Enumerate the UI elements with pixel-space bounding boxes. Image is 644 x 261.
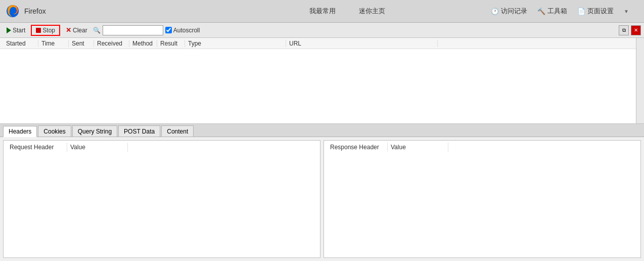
request-header-col1: Request Header xyxy=(7,143,67,152)
network-table-area: Started Time Sent Received Method Result… xyxy=(0,38,644,124)
stop-icon xyxy=(36,28,41,33)
toolbar: Start Stop ✕ Clear 🔍 Autoscroll ⧉ ✕ xyxy=(0,23,644,38)
toolbox-icon: 🔨 xyxy=(537,8,545,15)
bottom-section: Headers Cookies Query String POST Data C… xyxy=(0,124,644,261)
toolbar-right-icons: ⧉ ✕ xyxy=(619,25,641,35)
start-icon xyxy=(7,27,11,33)
table-scrollbar[interactable] xyxy=(636,38,644,123)
response-header-col1: Response Header xyxy=(327,143,388,152)
table-header: Started Time Sent Received Method Result… xyxy=(0,38,644,49)
response-panel-body xyxy=(324,152,640,256)
browser-top-bar: Firefox 我最常用 迷你主页 🕐 访问记录 🔨 工具箱 📄 页面设置 ▼ xyxy=(0,0,644,23)
right-nav: 🕐 访问记录 🔨 工具箱 📄 页面设置 ▼ xyxy=(491,7,629,16)
col-received: Received xyxy=(94,40,129,47)
col-url: URL xyxy=(286,40,438,47)
response-header-col2: Value xyxy=(388,143,448,152)
tab-content[interactable]: Content xyxy=(161,125,194,137)
tab-query-string[interactable]: Query String xyxy=(72,125,117,137)
browser-title: Firefox xyxy=(24,7,46,15)
firefox-logo xyxy=(5,4,20,19)
search-icon: 🔍 xyxy=(93,27,101,34)
col-type: Type xyxy=(185,40,286,47)
clear-button[interactable]: ✕ Clear xyxy=(62,25,91,35)
right-nav-toolbox[interactable]: 🔨 工具箱 xyxy=(537,7,567,16)
stop-button[interactable]: Stop xyxy=(31,25,60,36)
autoscroll-checkbox[interactable] xyxy=(165,27,172,33)
col-started: Started xyxy=(3,40,38,47)
nav-link-most-used[interactable]: 我最常用 xyxy=(305,5,340,18)
col-result: Result xyxy=(157,40,185,47)
clear-icon: ✕ xyxy=(66,26,71,34)
request-panel-body xyxy=(4,152,320,256)
col-time: Time xyxy=(38,40,69,47)
tab-post-data[interactable]: POST Data xyxy=(118,125,160,137)
copy-icon-button[interactable]: ⧉ xyxy=(619,25,629,35)
browser-nav-links: 我最常用 迷你主页 xyxy=(305,5,389,18)
tab-cookies[interactable]: Cookies xyxy=(38,125,71,137)
history-icon: 🕐 xyxy=(491,8,499,15)
right-nav-settings[interactable]: 📄 页面设置 xyxy=(577,7,614,16)
close-icon-button[interactable]: ✕ xyxy=(631,25,641,35)
tab-headers[interactable]: Headers xyxy=(3,126,37,137)
autoscroll-label[interactable]: Autoscroll xyxy=(165,27,200,34)
start-button[interactable]: Start xyxy=(3,25,29,35)
request-panel-header: Request Header Value xyxy=(4,141,320,152)
table-body xyxy=(0,49,644,123)
nav-link-mini-home[interactable]: 迷你主页 xyxy=(355,5,389,18)
search-input[interactable] xyxy=(103,25,163,35)
col-method: Method xyxy=(129,40,157,47)
dropdown-arrow[interactable]: ▼ xyxy=(624,9,629,14)
right-nav-history[interactable]: 🕐 访问记录 xyxy=(491,7,527,16)
page-settings-icon: 📄 xyxy=(577,8,585,15)
request-panel: Request Header Value xyxy=(3,140,320,258)
tabs-bar: Headers Cookies Query String POST Data C… xyxy=(0,124,644,137)
response-panel-header: Response Header Value xyxy=(324,141,640,152)
data-panels: Request Header Value Response Header Val… xyxy=(0,137,644,261)
request-header-col2: Value xyxy=(67,143,128,152)
col-sent: Sent xyxy=(69,40,94,47)
response-panel: Response Header Value xyxy=(324,140,641,258)
